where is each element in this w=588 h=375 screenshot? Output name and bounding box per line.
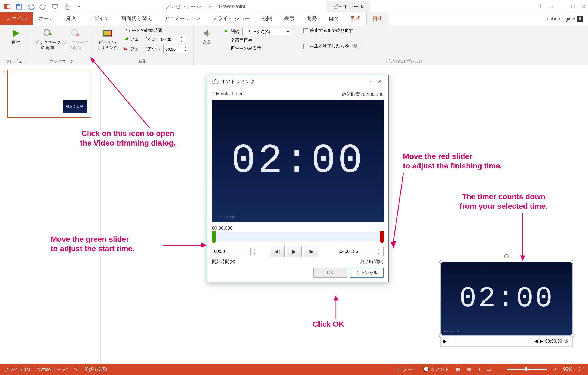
fade-out-spinner[interactable]: ▲▼ [163,45,189,53]
tab-developer[interactable]: 開発 [301,12,323,25]
selection-handle[interactable] [439,260,442,264]
trim-video-button[interactable]: ビデオの トリミング [95,27,119,59]
end-time-input[interactable] [337,247,375,256]
selection-handle[interactable] [571,334,574,337]
rotate-handle[interactable] [504,254,509,258]
end-time-spinner[interactable]: ▲▼ [337,247,384,256]
fit-to-window-icon[interactable]: ⛶ [579,367,584,372]
add-bookmark-button[interactable]: ブックマーク の追加 [36,27,60,59]
volume-button[interactable]: 音量 [197,27,216,59]
group-label-preview: プレビュー [0,59,32,64]
trim-label: ビデオの トリミング [96,40,118,50]
sv-prev-icon[interactable]: ◀ [534,338,538,344]
loop-checkbox[interactable] [303,28,308,33]
sv-play-icon[interactable]: ▶ [443,338,447,344]
start-option-select[interactable]: クリック時(C)▼ [242,28,291,35]
down-icon[interactable]: ▼ [182,49,189,53]
tab-design[interactable]: デザイン [82,12,115,25]
up-icon[interactable]: ▲ [251,248,258,252]
tab-file[interactable]: ファイル [0,12,33,25]
sv-next-icon[interactable]: ▶ [540,338,543,344]
maximize-icon[interactable]: ☐ [571,4,575,10]
sv-volume-icon[interactable]: 🔊 [564,338,570,344]
tab-mix[interactable]: MIX [323,13,344,25]
end-slider[interactable] [380,231,384,243]
dialog-help-icon[interactable]: ? [365,78,375,85]
status-slide-count[interactable]: スライド 1/1 [4,366,30,373]
ribbon-group-volume: 音量 [194,25,220,65]
spellcheck-icon[interactable]: ✎ [74,367,78,372]
start-option-label: 開始: [231,29,240,35]
duration-display: 継続時間: 02:00.186 [342,91,384,98]
sv-track[interactable] [449,340,532,343]
dialog-close-icon[interactable]: ✕ [375,78,385,85]
zoom-level[interactable]: 90% [563,367,572,372]
touch-mode-icon[interactable] [62,2,72,11]
cancel-button[interactable]: キャンセル [350,268,384,278]
help-icon[interactable]: ? [539,4,542,10]
view-slideshow-icon[interactable]: ▭ [486,367,491,372]
start-slider[interactable] [212,231,216,243]
save-icon[interactable] [14,2,24,11]
up-icon[interactable]: ▲ [178,35,185,39]
tab-insert[interactable]: 挿入 [60,12,82,25]
rewind-checkbox[interactable] [303,44,308,49]
tab-slideshow[interactable]: スライド ショー [206,12,256,25]
tab-playback[interactable]: 再生 [366,12,389,25]
play-preview-button[interactable]: ▶ [287,246,302,257]
view-normal-icon[interactable]: ▦ [456,367,460,372]
fade-in-spinner[interactable]: ▲▼ [159,35,185,43]
prev-frame-button[interactable]: ◀| [270,246,285,257]
annotation-red: Move the red slider to adjust the finish… [403,152,502,171]
fade-out-input[interactable] [164,45,182,53]
start-time-input[interactable] [212,247,250,256]
next-frame-button[interactable]: |▶ [304,246,318,257]
tab-view[interactable]: 表示 [278,12,301,25]
tab-home[interactable]: ホーム [33,12,60,25]
zoom-out-icon[interactable]: − [497,367,500,372]
view-sorter-icon[interactable]: ▤ [467,367,471,372]
trim-track[interactable] [212,232,384,242]
account-label[interactable]: tekhno logic ▾ tl [541,13,588,25]
start-time-spinner[interactable]: ▲▼ [212,247,259,256]
comments-button[interactable]: 💬コメント [423,366,449,373]
tab-animations[interactable]: アニメーション [158,12,206,25]
fade-in-input[interactable] [159,35,178,43]
dialog-titlebar: ビデオのトリミング ? ✕ [207,75,388,87]
undo-icon[interactable] [26,2,36,11]
slide-video-controls: ▶ ◀ ▶ 00:00.00 🔊 [440,336,573,347]
selection-handle[interactable] [439,334,442,337]
ribbon-display-icon[interactable]: ▭ [548,4,553,10]
down-icon[interactable]: ▼ [178,39,185,43]
svg-rect-4 [54,8,56,9]
ribbon-group-preview: 再生 プレビュー [0,25,32,65]
up-icon[interactable]: ▲ [375,248,382,252]
view-reading-icon[interactable]: ▯ [477,367,480,372]
notes-button[interactable]: ≐ノート [397,366,417,373]
qat-more-icon[interactable]: ▾ [74,2,84,11]
slide-thumbnail-1[interactable]: 1 02:00 [3,70,98,118]
status-language[interactable]: 英語 (英国) [84,366,107,373]
down-icon[interactable]: ▼ [251,252,258,255]
selection-handle[interactable] [571,260,574,264]
quick-access-toolbar: ▾ [2,2,84,11]
zoom-in-icon[interactable]: + [554,367,557,372]
minimize-icon[interactable]: — [559,4,564,10]
ok-button[interactable]: OK [313,268,347,278]
down-icon[interactable]: ▼ [375,252,382,255]
collapse-ribbon-icon[interactable]: ˄ [583,58,585,63]
hide-while-not-playing-checkbox[interactable] [224,46,229,51]
fullscreen-checkbox[interactable] [224,38,229,43]
tab-format[interactable]: 書式 [344,12,366,25]
tab-review[interactable]: 校閲 [256,12,278,25]
play-button[interactable]: 再生 [4,27,28,59]
redo-icon[interactable] [38,2,48,11]
close-icon[interactable]: ✕ [582,4,586,10]
up-icon[interactable]: ▲ [182,45,189,49]
start-from-beginning-icon[interactable] [50,2,60,11]
tab-transitions[interactable]: 画面切り替え [115,12,158,25]
slide-video-object[interactable]: 02:00 tekhnologic ▶ ◀ ▶ 00:00.00 🔊 [440,262,573,347]
group-label-bookmark: ブックマーク [32,59,91,64]
contextual-tab-label: ビデオ ツール [326,1,370,12]
zoom-slider[interactable] [507,369,547,370]
